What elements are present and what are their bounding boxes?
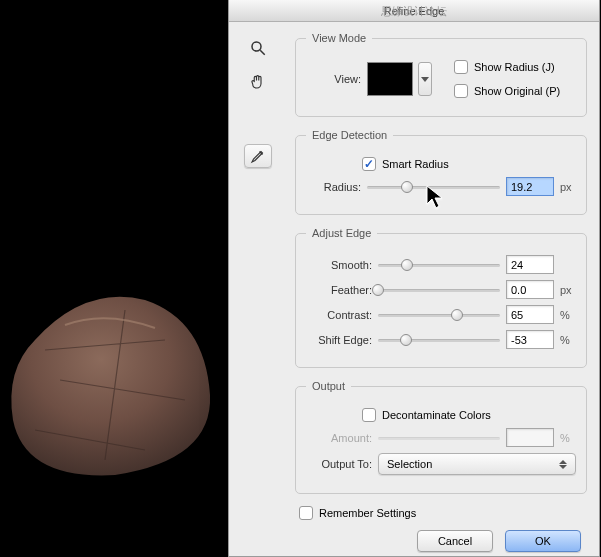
decontaminate-checkbox[interactable] (362, 408, 376, 422)
amount-slider (378, 431, 500, 445)
show-original-label: Show Original (P) (474, 85, 560, 97)
remember-settings-label: Remember Settings (319, 507, 416, 519)
dialog-titlebar[interactable]: Refine Edge (229, 0, 599, 22)
view-dropdown[interactable] (418, 62, 432, 96)
view-mode-group: View Mode View: Show Radius (J) Show Ori… (295, 32, 587, 117)
radius-unit: px (560, 181, 576, 193)
rock-image (5, 280, 225, 480)
contrast-slider[interactable] (378, 308, 500, 322)
zoom-tool-icon[interactable] (246, 36, 270, 60)
smart-radius-checkbox[interactable] (362, 157, 376, 171)
smooth-input[interactable] (506, 255, 554, 274)
feather-input[interactable] (506, 280, 554, 299)
radius-slider[interactable] (367, 180, 500, 194)
adjust-edge-group: Adjust Edge Smooth: Feather: px Contrast… (295, 227, 587, 368)
show-original-checkbox[interactable] (454, 84, 468, 98)
output-to-label: Output To: (306, 458, 372, 470)
shift-edge-input[interactable] (506, 330, 554, 349)
contrast-unit: % (560, 309, 576, 321)
chevron-down-icon (421, 77, 429, 82)
smart-radius-label: Smart Radius (382, 158, 449, 170)
show-radius-checkbox[interactable] (454, 60, 468, 74)
shift-edge-slider[interactable] (378, 333, 500, 347)
edge-detection-group: Edge Detection Smart Radius Radius: px (295, 129, 587, 215)
edge-detection-legend: Edge Detection (306, 129, 393, 141)
hand-tool-icon[interactable] (246, 70, 270, 94)
amount-unit: % (560, 432, 576, 444)
svg-point-0 (252, 42, 261, 51)
tool-column (241, 36, 275, 168)
remember-settings-checkbox[interactable] (299, 506, 313, 520)
dialog-title: Refine Edge (384, 5, 445, 17)
amount-input (506, 428, 554, 447)
feather-label: Feather: (306, 284, 372, 296)
contrast-label: Contrast: (306, 309, 372, 321)
amount-label: Amount: (306, 432, 372, 444)
feather-slider[interactable] (378, 283, 500, 297)
updown-icon (559, 460, 567, 469)
svg-line-1 (260, 50, 265, 55)
cancel-button[interactable]: Cancel (417, 530, 493, 552)
shift-edge-label: Shift Edge: (306, 334, 372, 346)
ok-button[interactable]: OK (505, 530, 581, 552)
shift-edge-unit: % (560, 334, 576, 346)
decontaminate-label: Decontaminate Colors (382, 409, 491, 421)
smooth-label: Smooth: (306, 259, 372, 271)
radius-label: Radius: (306, 181, 361, 193)
output-to-select[interactable]: Selection (378, 453, 576, 475)
smooth-slider[interactable] (378, 258, 500, 272)
adjust-edge-legend: Adjust Edge (306, 227, 377, 239)
output-group: Output Decontaminate Colors Amount: % Ou… (295, 380, 587, 494)
contrast-input[interactable] (506, 305, 554, 324)
view-label: View: (306, 73, 361, 85)
view-mode-legend: View Mode (306, 32, 372, 44)
feather-unit: px (560, 284, 576, 296)
refine-brush-tool-icon[interactable] (244, 144, 272, 168)
view-thumbnail[interactable] (367, 62, 413, 96)
radius-input[interactable] (506, 177, 554, 196)
output-legend: Output (306, 380, 351, 392)
output-to-value: Selection (387, 458, 432, 470)
refine-edge-dialog: Refine Edge 思缘设计论坛 View Mode View: (228, 0, 600, 557)
show-radius-label: Show Radius (J) (474, 61, 555, 73)
